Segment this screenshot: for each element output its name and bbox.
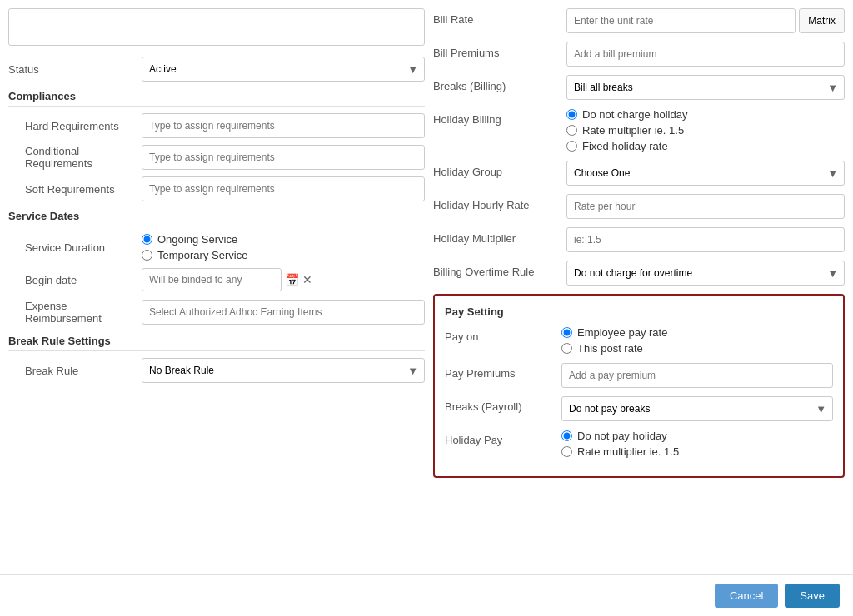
- compliances-section: Compliances Hard Requirements Conditiona…: [8, 90, 425, 201]
- holiday-multiplier-label: Holiday Multiplier: [433, 227, 566, 245]
- holiday-billing-no-charge-option[interactable]: Do not charge holiday: [566, 108, 845, 121]
- status-select[interactable]: Active Inactive: [142, 57, 425, 82]
- this-post-rate-label: This post rate: [577, 342, 643, 355]
- pay-premiums-row: Pay Premiums: [445, 363, 833, 388]
- holiday-pay-multiplier-option[interactable]: Rate multiplier ie. 1.5: [561, 445, 833, 458]
- pay-setting-box: Pay Setting Pay on Employee pay rate Thi…: [433, 294, 845, 478]
- main-content: Status Active Inactive ▼ Compliances Har…: [0, 0, 853, 574]
- cancel-button[interactable]: Cancel: [715, 584, 778, 608]
- holiday-group-label: Holiday Group: [433, 161, 566, 178]
- billing-overtime-row: Billing Overtime Rule Do not charge for …: [433, 261, 845, 286]
- expense-row: Expense Reimbursement: [8, 300, 425, 325]
- top-textarea[interactable]: [8, 8, 425, 46]
- footer: Cancel Save: [0, 574, 853, 616]
- bill-rate-input[interactable]: [566, 8, 796, 33]
- bill-rate-input-group: Matrix: [566, 8, 845, 33]
- do-not-pay-holiday-option[interactable]: Do not pay holiday: [561, 430, 833, 442]
- holiday-billing-fixed-option[interactable]: Fixed holiday rate: [566, 140, 845, 152]
- begin-date-input-group: 📅 ✕: [142, 268, 312, 291]
- pay-on-radio-group: Employee pay rate This post rate: [561, 326, 833, 355]
- breaks-billing-label: Breaks (Billing): [433, 75, 566, 92]
- ongoing-service-radio[interactable]: [142, 234, 152, 245]
- pay-premiums-label: Pay Premiums: [445, 363, 561, 380]
- clear-date-icon[interactable]: ✕: [302, 273, 312, 286]
- right-panel: Bill Rate Matrix Bill Premiums Breaks (B…: [433, 8, 845, 566]
- do-not-pay-holiday-radio[interactable]: [561, 430, 572, 441]
- holiday-hourly-rate-control: [566, 194, 845, 219]
- soft-req-row: Soft Requirements: [8, 176, 425, 201]
- breaks-billing-select-wrapper: Bill all breaks Do not bill breaks ▼: [566, 75, 845, 100]
- billing-overtime-select-wrapper: Do not charge for overtime ▼: [566, 261, 845, 286]
- holiday-multiplier-input[interactable]: [566, 227, 845, 252]
- holiday-group-select-wrapper: Choose One ▼: [566, 161, 845, 186]
- matrix-button[interactable]: Matrix: [799, 8, 845, 33]
- begin-date-input[interactable]: [142, 268, 282, 291]
- holiday-billing-no-charge-radio[interactable]: [566, 109, 577, 120]
- soft-req-input[interactable]: [142, 176, 425, 201]
- holiday-group-control: Choose One ▼: [566, 161, 845, 186]
- status-row: Status Active Inactive ▼: [8, 57, 425, 82]
- service-dates-section: Service Dates Service Duration Ongoing S…: [8, 210, 425, 291]
- bill-rate-row: Bill Rate Matrix: [433, 8, 845, 33]
- billing-overtime-label: Billing Overtime Rule: [433, 261, 566, 278]
- pay-on-row: Pay on Employee pay rate This post rate: [445, 326, 833, 355]
- holiday-group-select[interactable]: Choose One: [566, 161, 845, 186]
- holiday-billing-row: Holiday Billing Do not charge holiday Ra…: [433, 108, 845, 152]
- holiday-billing-no-charge-label: Do not charge holiday: [582, 108, 687, 121]
- compliances-title: Compliances: [8, 90, 425, 107]
- holiday-billing-multiplier-option[interactable]: Rate multiplier ie. 1.5: [566, 124, 845, 137]
- employee-pay-rate-label: Employee pay rate: [577, 326, 667, 339]
- expense-label: Expense Reimbursement: [25, 300, 142, 325]
- break-rule-select[interactable]: No Break Rule: [142, 358, 425, 383]
- page-wrapper: Status Active Inactive ▼ Compliances Har…: [0, 0, 853, 616]
- break-rule-label: Break Rule: [25, 365, 142, 377]
- break-rule-select-wrapper: No Break Rule ▼: [142, 358, 425, 383]
- holiday-pay-multiplier-radio[interactable]: [561, 446, 572, 457]
- breaks-payroll-control: Do not pay breaks ▼: [561, 396, 833, 421]
- holiday-pay-radio-group: Do not pay holiday Rate multiplier ie. 1…: [561, 430, 833, 458]
- breaks-payroll-select-wrapper: Do not pay breaks ▼: [561, 396, 833, 421]
- calendar-icon: 📅: [285, 273, 299, 286]
- break-rule-row: Break Rule No Break Rule ▼: [8, 358, 425, 383]
- begin-date-row: Begin date 📅 ✕: [8, 268, 425, 291]
- status-select-wrapper: Active Inactive ▼: [142, 57, 425, 82]
- employee-pay-rate-option[interactable]: Employee pay rate: [561, 326, 833, 339]
- temporary-service-option[interactable]: Temporary Service: [142, 249, 247, 261]
- conditional-req-input[interactable]: [142, 145, 425, 170]
- temporary-service-label: Temporary Service: [157, 249, 247, 261]
- conditional-req-row: Conditional Requirements: [8, 145, 425, 170]
- holiday-multiplier-control: [566, 227, 845, 252]
- breaks-payroll-row: Breaks (Payroll) Do not pay breaks ▼: [445, 396, 833, 421]
- break-rule-title: Break Rule Settings: [8, 335, 425, 351]
- breaks-billing-select[interactable]: Bill all breaks Do not bill breaks: [566, 75, 845, 100]
- holiday-billing-fixed-label: Fixed holiday rate: [582, 140, 668, 152]
- bill-rate-label: Bill Rate: [433, 8, 566, 26]
- temporary-service-radio[interactable]: [142, 250, 152, 261]
- holiday-billing-fixed-radio[interactable]: [566, 141, 577, 152]
- this-post-rate-option[interactable]: This post rate: [561, 342, 833, 355]
- employee-pay-rate-radio[interactable]: [561, 327, 572, 338]
- holiday-pay-multiplier-label: Rate multiplier ie. 1.5: [577, 445, 679, 458]
- pay-premiums-input[interactable]: [561, 363, 833, 388]
- bill-premiums-input[interactable]: [566, 42, 845, 67]
- service-duration-radio-group: Ongoing Service Temporary Service: [142, 233, 247, 261]
- expense-input[interactable]: [142, 300, 425, 325]
- conditional-req-label: Conditional Requirements: [25, 145, 142, 170]
- holiday-multiplier-row: Holiday Multiplier: [433, 227, 845, 252]
- holiday-billing-multiplier-radio[interactable]: [566, 125, 577, 136]
- bill-rate-control: Matrix: [566, 8, 845, 33]
- bill-premiums-row: Bill Premiums: [433, 42, 845, 67]
- holiday-billing-radios: Do not charge holiday Rate multiplier ie…: [566, 108, 845, 152]
- breaks-payroll-select[interactable]: Do not pay breaks: [561, 396, 833, 421]
- save-button[interactable]: Save: [785, 584, 840, 608]
- billing-overtime-select[interactable]: Do not charge for overtime: [566, 261, 845, 286]
- breaks-billing-row: Breaks (Billing) Bill all breaks Do not …: [433, 75, 845, 100]
- ongoing-service-option[interactable]: Ongoing Service: [142, 233, 247, 246]
- hard-req-input[interactable]: [142, 113, 425, 138]
- holiday-hourly-rate-input[interactable]: [566, 194, 845, 219]
- holiday-billing-multiplier-label: Rate multiplier ie. 1.5: [582, 124, 684, 137]
- pay-setting-title: Pay Setting: [445, 306, 833, 318]
- service-dates-title: Service Dates: [8, 210, 425, 226]
- this-post-rate-radio[interactable]: [561, 343, 572, 354]
- soft-req-label: Soft Requirements: [25, 183, 142, 196]
